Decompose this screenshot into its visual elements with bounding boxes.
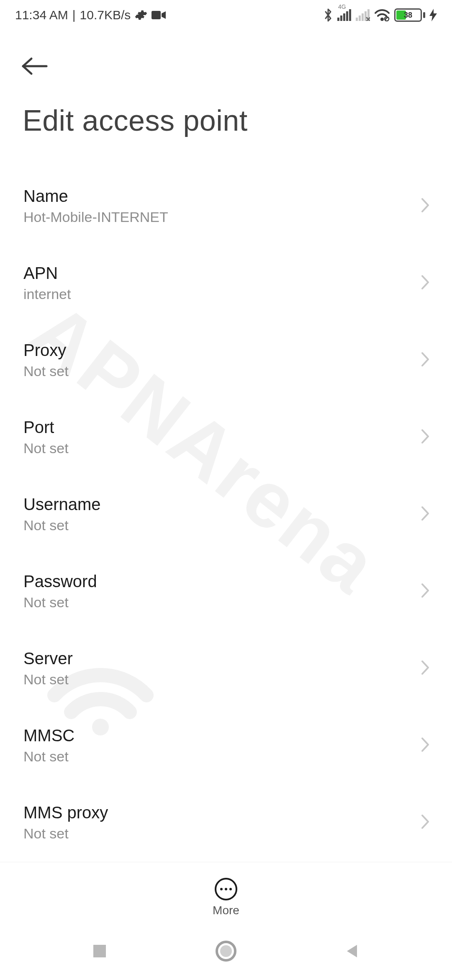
row-port[interactable]: Port Not set: [0, 399, 452, 476]
row-mmsc[interactable]: MMSC Not set: [0, 707, 452, 784]
video-camera-icon: [152, 10, 166, 20]
chevron-right-icon: [420, 813, 430, 832]
row-value: Hot-Mobile-INTERNET: [23, 209, 426, 225]
arrow-left-icon: [21, 57, 48, 77]
row-label: Port: [23, 418, 426, 437]
toolbar: [0, 42, 452, 92]
status-left: 11:34 AM | 10.7KB/s: [15, 8, 166, 22]
triangle-left-icon: [344, 943, 360, 961]
row-value: Not set: [23, 825, 426, 842]
row-label: APN: [23, 264, 426, 283]
chevron-right-icon: [420, 582, 430, 601]
svg-rect-1: [152, 11, 161, 19]
row-value: Not set: [23, 517, 426, 534]
nav-recent-button[interactable]: [92, 943, 108, 961]
row-password[interactable]: Password Not set: [0, 553, 452, 630]
svg-rect-7: [356, 18, 358, 21]
system-nav-bar: [0, 924, 452, 980]
row-label: Server: [23, 649, 426, 668]
bottom-action-bar: More: [0, 862, 452, 924]
bluetooth-icon: [323, 8, 333, 22]
row-name[interactable]: Name Hot-Mobile-INTERNET: [0, 168, 452, 245]
svg-rect-4: [343, 13, 345, 21]
row-value: Not set: [23, 671, 426, 688]
battery-percentage: 38: [396, 11, 421, 20]
row-apn[interactable]: APN internet: [0, 245, 452, 322]
status-net-speed: 10.7KB/s: [80, 8, 131, 22]
row-value: Not set: [23, 594, 426, 611]
bolt-icon: [429, 9, 437, 21]
svg-rect-5: [346, 11, 348, 21]
circle-icon: [215, 940, 237, 964]
chevron-right-icon: [420, 274, 430, 292]
battery-icon: 38: [394, 8, 425, 22]
row-label: Username: [23, 495, 426, 514]
svg-rect-9: [362, 13, 364, 21]
svg-rect-10: [365, 11, 367, 21]
nav-home-button[interactable]: [215, 940, 237, 964]
row-value: Not set: [23, 440, 426, 456]
row-mms-proxy[interactable]: MMS proxy Not set: [0, 784, 452, 861]
row-proxy[interactable]: Proxy Not set: [0, 322, 452, 399]
svg-rect-3: [340, 15, 342, 21]
signal-4g-icon: 4G: [337, 9, 352, 21]
status-bar: 11:34 AM | 10.7KB/s 4G 38: [0, 0, 452, 30]
status-separator: |: [72, 8, 76, 22]
signal-nosim-icon: [356, 9, 370, 21]
row-value: Not set: [23, 748, 426, 765]
network-type-label: 4G: [338, 3, 346, 10]
back-button[interactable]: [18, 51, 50, 83]
chevron-right-icon: [420, 428, 430, 446]
row-label: Proxy: [23, 341, 426, 360]
row-value: Not set: [23, 363, 426, 379]
gear-icon: [135, 9, 147, 21]
svg-rect-2: [337, 18, 339, 21]
more-button[interactable]: [215, 878, 237, 900]
row-label: MMS proxy: [23, 803, 426, 822]
row-label: Name: [23, 187, 426, 206]
svg-rect-18: [93, 945, 106, 957]
more-label: More: [213, 904, 239, 917]
chevron-right-icon: [420, 736, 430, 755]
status-time: 11:34 AM: [15, 8, 68, 22]
row-label: MMSC: [23, 726, 426, 745]
row-username[interactable]: Username Not set: [0, 476, 452, 553]
svg-rect-6: [349, 9, 351, 21]
settings-list: Name Hot-Mobile-INTERNET APN internet Pr…: [0, 168, 452, 873]
chevron-right-icon: [420, 505, 430, 524]
row-label: Password: [23, 572, 426, 591]
chevron-right-icon: [420, 197, 430, 215]
svg-point-20: [220, 945, 232, 957]
status-right: 4G 38: [323, 8, 437, 22]
row-server[interactable]: Server Not set: [0, 630, 452, 707]
svg-rect-8: [359, 15, 361, 21]
nav-back-button[interactable]: [344, 943, 360, 961]
svg-point-14: [380, 18, 384, 21]
wifi-icon: [374, 9, 390, 21]
chevron-right-icon: [420, 351, 430, 369]
chevron-right-icon: [420, 659, 430, 678]
row-value: internet: [23, 286, 426, 302]
square-icon: [92, 943, 108, 961]
page-title: Edit access point: [23, 104, 248, 137]
